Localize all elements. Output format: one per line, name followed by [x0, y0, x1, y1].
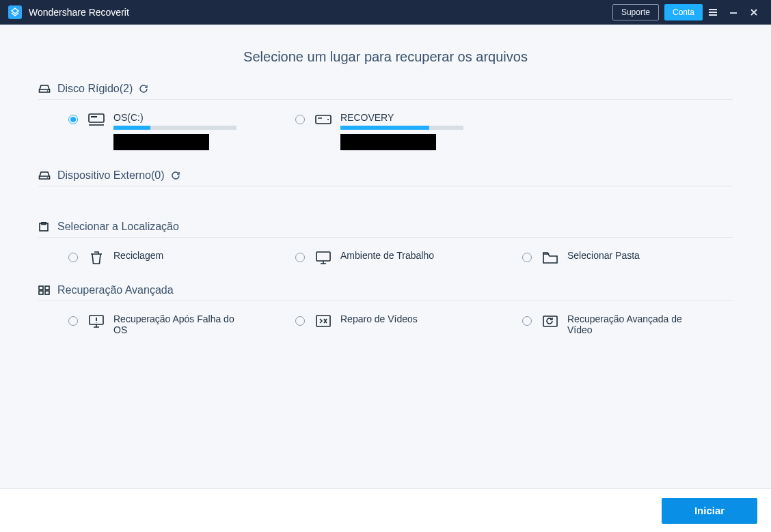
section-header-external: Dispositivo Externo(0) — [38, 169, 733, 186]
radio-oscrash[interactable] — [68, 316, 78, 326]
app-logo — [8, 5, 22, 19]
content: Selecione um lugar para recuperar os arq… — [0, 25, 771, 488]
app-name: Wondershare Recoverit — [29, 7, 129, 18]
drive-title: OS(C:) — [113, 112, 279, 123]
grid-icon — [38, 285, 51, 295]
radio-recovery[interactable] — [295, 115, 305, 124]
minimize-icon[interactable] — [723, 0, 744, 25]
item-title: Recuperação Após Falha do OS — [113, 313, 243, 335]
radio-folder[interactable] — [522, 253, 532, 262]
external-drive-icon — [314, 112, 332, 127]
svg-rect-14 — [316, 316, 330, 326]
section-external: Dispositivo Externo(0) — [38, 169, 733, 206]
redacted-info — [113, 134, 209, 150]
refresh-icon[interactable] — [170, 170, 181, 181]
tools-icon — [314, 313, 332, 328]
drive-title: RECOVERY — [340, 112, 506, 123]
monitor-alert-icon — [87, 313, 105, 328]
svg-rect-15 — [543, 316, 557, 326]
support-button[interactable]: Suporte — [612, 4, 659, 20]
drive-recovery[interactable]: RECOVERY — [295, 112, 506, 150]
menu-icon[interactable] — [703, 0, 723, 25]
usage-bar-fill — [340, 126, 429, 130]
section-label: Selecionar a Localização — [57, 221, 179, 233]
item-title: Reciclagem — [113, 250, 279, 261]
svg-rect-12 — [45, 291, 49, 294]
section-header-location: Selecionar a Localização — [38, 221, 733, 238]
usage-bar — [340, 126, 463, 130]
advanced-video-advanced[interactable]: Recuperação Avançada de Vídeo — [522, 313, 733, 338]
titlebar: Wondershare Recoverit Suporte Conta — [0, 0, 771, 25]
location-icon — [38, 222, 51, 232]
item-title: Selecionar Pasta — [567, 250, 733, 261]
radio-os[interactable] — [68, 115, 78, 124]
refresh-icon[interactable] — [138, 83, 149, 94]
folder-icon — [541, 250, 559, 265]
radio-recycle[interactable] — [68, 253, 78, 262]
section-header-hdd: Disco Rígido(2) — [38, 83, 733, 100]
refresh-camera-icon — [541, 313, 559, 328]
hdd-icon — [38, 84, 51, 94]
close-icon[interactable] — [744, 0, 764, 25]
location-desktop[interactable]: Ambiente de Trabalho — [295, 250, 506, 265]
item-title: Ambiente de Trabalho — [340, 250, 506, 261]
svg-rect-10 — [45, 286, 49, 290]
item-title: Recuperação Avançada de Vídeo — [567, 313, 697, 335]
hdd-icon — [38, 171, 51, 180]
usage-bar-fill — [113, 126, 150, 130]
section-label: Disco Rígido(2) — [57, 83, 133, 95]
svg-point-5 — [47, 177, 49, 178]
section-hard-drive: Disco Rígido(2) OS(C:) — [38, 83, 733, 154]
drive-os[interactable]: OS(C:) — [68, 112, 279, 150]
section-label: Dispositivo Externo(0) — [57, 169, 165, 182]
radio-advvideo[interactable] — [522, 316, 532, 326]
location-recycle[interactable]: Reciclagem — [68, 250, 279, 265]
internal-drive-icon — [87, 112, 105, 127]
svg-point-4 — [327, 119, 329, 120]
desktop-icon — [314, 250, 332, 265]
svg-rect-8 — [316, 252, 330, 261]
usage-bar — [113, 126, 236, 130]
page-title: Selecione um lugar para recuperar os arq… — [38, 49, 733, 65]
start-button[interactable]: Iniciar — [662, 498, 757, 524]
footer: Iniciar — [0, 488, 771, 532]
account-button[interactable]: Conta — [664, 4, 703, 20]
svg-rect-11 — [39, 291, 43, 294]
advanced-os-crash[interactable]: Recuperação Após Falha do OS — [68, 313, 279, 338]
location-folder[interactable]: Selecionar Pasta — [522, 250, 733, 265]
section-location: Selecionar a Localização Reciclagem Ambi… — [38, 221, 733, 269]
section-advanced: Recuperação Avançada Recuperação Após Fa… — [38, 284, 733, 342]
redacted-info — [340, 134, 436, 150]
svg-rect-1 — [89, 114, 104, 122]
section-header-advanced: Recuperação Avançada — [38, 284, 733, 301]
advanced-video-repair[interactable]: Reparo de Vídeos — [295, 313, 506, 338]
svg-rect-9 — [39, 286, 43, 290]
item-title: Reparo de Vídeos — [340, 313, 506, 324]
section-label: Recuperação Avançada — [57, 284, 174, 296]
radio-desktop[interactable] — [295, 253, 305, 262]
radio-video[interactable] — [295, 316, 305, 326]
svg-point-0 — [47, 90, 49, 92]
svg-rect-2 — [91, 116, 97, 117]
recycle-icon — [87, 250, 105, 265]
